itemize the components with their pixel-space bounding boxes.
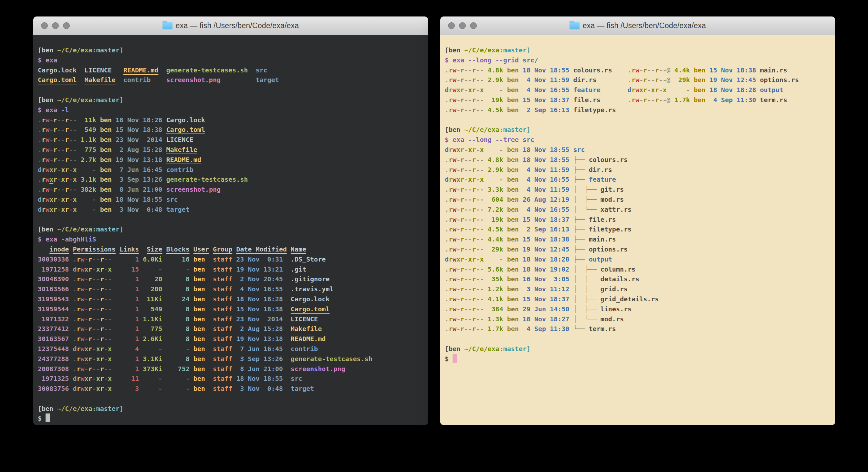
terminal-line: 30163567 .rw-r--r-- 1 2.6Ki 8 ben staff … [38,334,424,344]
titlebar[interactable]: exa — fish /Users/ben/Code/exa/exa [33,17,428,35]
terminal-line: .rw-r--r-- 4.8k ben 18 Nov 18:55 colours… [445,65,831,75]
terminal-line: .rw-r--r-- 4.5k ben 2 Sep 16:13 filetype… [445,105,831,115]
terminal-line [38,215,424,225]
terminal-output: [ben ~/C/e/exa:master]$ exaCargo.lock LI… [38,45,424,423]
terminal-line [445,334,831,344]
terminal-line: .rw-r--r-- 2.9k ben 4 Nov 11:59 ├── dir.… [445,165,831,175]
terminal-line: .rw-r--r-- 1.3k ben 18 Nov 18:27 │ └── m… [445,314,831,324]
terminal-line: .rw-r--r-- 4.8k ben 18 Nov 18:55 ├── col… [445,155,831,165]
terminal-line: .rw-r--r-- 7.2k ben 4 Nov 16:55 │ └── xa… [445,205,831,215]
terminal-line: .rw-r--r-- 384 ben 29 Jun 14:50 │ ├── li… [445,304,831,314]
terminal-line: $ [445,354,831,364]
terminal-line: 1971258 drwxr-xr-x 15 - - ben staff 19 N… [38,264,424,274]
terminal-line: .rw-r--r-- 382k ben 8 Jun 21:00 screensh… [38,185,424,195]
terminal-line: .rw-r--r-- 19k ben 15 Nov 18:37 file.rs … [445,95,831,105]
terminal-line: 31959543 .rw-r--r-- 1 11Ki 24 ben staff … [38,294,424,304]
terminal-line: .rw-r--r-- 1.7k ben 4 Sep 11:30 └── term… [445,324,831,334]
terminal-cursor [45,413,50,422]
terminal-line: drwxr-xr-x - ben 18 Nov 18:55 src [38,195,424,205]
terminal-line: .rwxr-xr-x 3.1k ben 3 Sep 13:26 generate… [38,175,424,185]
terminal-line: 30048390 .rw-r--r-- 1 20 8 ben staff 2 N… [38,274,424,284]
terminal-line: $ exa -abghHliS [38,234,424,244]
window-title-group: exa — fish /Users/ben/Code/exa/exa [162,21,299,30]
terminal-line: 30163566 .rw-r--r-- 1 200 8 ben staff 4 … [38,284,424,294]
terminal-cursor [453,354,457,363]
folder-icon [569,22,580,29]
terminal-line: 1971322 .rw-r--r-- 1 1.1Ki 8 ben staff 2… [38,314,424,324]
terminal-content-left[interactable]: [ben ~/C/e/exa:master]$ exaCargo.lock LI… [33,35,428,425]
terminal-line: inode Permissions Links Size Blocks User… [38,244,424,255]
prompt-line: [ben ~/C/e/exa:master] [38,404,424,414]
zoom-button[interactable] [63,22,70,29]
window-title: exa — fish /Users/ben/Code/exa/exa [583,21,706,30]
window-title: exa — fish /Users/ben/Code/exa/exa [176,21,299,30]
terminal-line: .rw-r--r-- 4.4k ben 15 Nov 18:38 ├── mai… [445,234,831,244]
terminal-line: $ exa --long --tree src [445,135,831,145]
close-button[interactable] [448,22,455,29]
terminal-line: .rw-r--r-- 2.9k ben 4 Nov 11:59 dir.rs .… [445,75,831,85]
terminal-line: drwxr-xr-x - ben 4 Nov 16:55 ├── feature [445,175,831,185]
terminal-line: .rw-r--r-- 775 ben 2 Aug 15:28 Makefile [38,145,424,155]
terminal-line: $ exa -l [38,105,424,115]
minimize-button[interactable] [459,22,466,29]
terminal-line: $ exa [38,55,424,65]
prompt-line: [ben ~/C/e/exa:master] [445,125,831,135]
terminal-line [38,85,424,95]
terminal-line: drwxr-xr-x - ben 7 Jun 16:45 contrib [38,165,424,175]
traffic-lights [41,17,70,35]
terminal-line [445,115,831,125]
terminal-line: .rw-r--r-- 35k ben 16 Nov 3:05 │ ├── det… [445,274,831,284]
terminal-line: drwxr-xr-x - ben 3 Nov 0:48 target [38,205,424,215]
prompt-line: [ben ~/C/e/exa:master] [445,45,831,55]
terminal-line: 24377288 .rwxr-xr-x 1 3.1Ki 8 ben staff … [38,354,424,364]
terminal-line: drwxr-xr-x - ben 4 Nov 16:55 feature drw… [445,85,831,95]
prompt-line: [ben ~/C/e/exa:master] [38,95,424,105]
terminal-line: drwxr-xr-x - ben 18 Nov 18:55 src [445,145,831,155]
prompt-line: [ben ~/C/e/exa:master] [38,45,424,55]
terminal-line: drwxr-xr-x - ben 18 Nov 18:28 ├── output [445,255,831,264]
terminal-line: .rw-r--r-- 5.6k ben 18 Nov 19:02 │ ├── c… [445,264,831,274]
terminal-line: 30030336 .rw-r--r-- 1 6.0Ki 16 ben staff… [38,255,424,264]
terminal-line: .rw-r--r-- 3.3k ben 4 Nov 11:59 │ ├── gi… [445,185,831,195]
terminal-line: 20087308 .rw-r--r-- 1 373Ki 752 ben staf… [38,364,424,374]
prompt-line: [ben ~/C/e/exa:master] [445,344,831,354]
close-button[interactable] [41,22,48,29]
terminal-line: 23377412 .rw-r--r-- 1 775 8 ben staff 2 … [38,324,424,334]
terminal-content-right[interactable]: [ben ~/C/e/exa:master]$ exa --long --gri… [440,35,835,425]
terminal-line: .rw-r--r-- 11k ben 18 Nov 18:28 Cargo.lo… [38,115,424,125]
terminal-output: [ben ~/C/e/exa:master]$ exa --long --gri… [445,45,831,364]
window-title-group: exa — fish /Users/ben/Code/exa/exa [569,21,706,30]
terminal-line: .rw-r--r-- 19k ben 15 Nov 18:37 ├── file… [445,215,831,225]
terminal-line [38,394,424,404]
terminal-window-left: exa — fish /Users/ben/Code/exa/exa [ben … [33,17,428,425]
terminal-line: 30083756 drwxr-xr-x 3 - - ben staff 3 No… [38,384,424,394]
terminal-line: .rw-r--r-- 2.7k ben 19 Nov 13:18 README.… [38,155,424,165]
terminal-line: .rw-r--r-- 604 ben 26 Aug 12:19 │ ├── mo… [445,195,831,205]
titlebar[interactable]: exa — fish /Users/ben/Code/exa/exa [440,17,835,35]
minimize-button[interactable] [52,22,59,29]
traffic-lights [448,17,477,35]
folder-icon [162,22,173,29]
terminal-line: Cargo.lock LICENCE README.md generate-te… [38,65,424,75]
terminal-line: 12375448 drwxr-xr-x 4 - - ben staff 7 Ju… [38,344,424,354]
terminal-line: Cargo.toml Makefile contrib screenshot.p… [38,75,424,85]
terminal-line: .rw-r--r-- 549 ben 15 Nov 18:38 Cargo.to… [38,125,424,135]
terminal-line: $ [38,413,424,423]
terminal-line: 31959544 .rw-r--r-- 1 549 8 ben staff 15… [38,304,424,314]
terminal-line: .rw-r--r-- 1.2k ben 3 Nov 11:12 │ ├── gr… [445,284,831,294]
terminal-line: .rw-r--r-- 4.1k ben 15 Nov 18:37 │ ├── g… [445,294,831,304]
terminal-window-right: exa — fish /Users/ben/Code/exa/exa [ben … [440,17,835,425]
terminal-line: .rw-r--r-- 29k ben 19 Nov 12:45 ├── opti… [445,244,831,255]
prompt-line: [ben ~/C/e/exa:master] [38,224,424,234]
terminal-line: .rw-r--r-- 4.5k ben 2 Sep 16:13 ├── file… [445,224,831,234]
zoom-button[interactable] [470,22,477,29]
terminal-line: 1971325 drwxr-xr-x 11 - - ben staff 18 N… [38,374,424,384]
terminal-line: .rw-r--r-- 1.1k ben 23 Nov 2014 LICENCE [38,135,424,145]
terminal-line: $ exa --long --grid src/ [445,55,831,65]
